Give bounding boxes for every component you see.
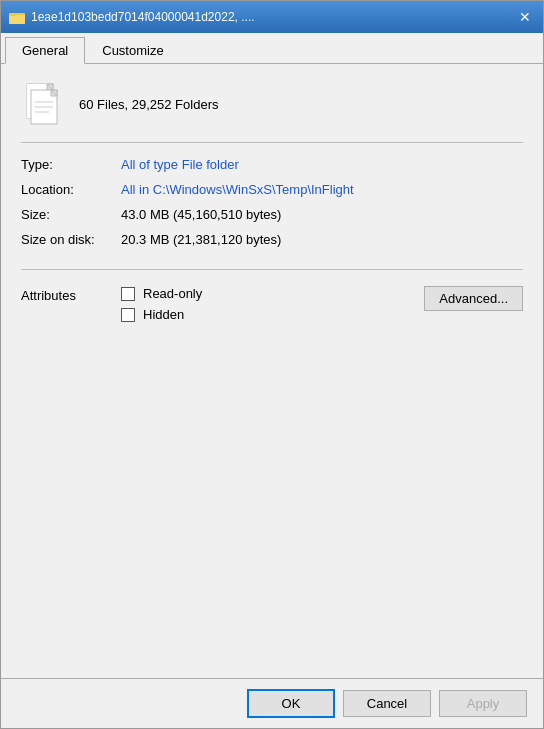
hidden-label: Hidden xyxy=(143,307,184,322)
ok-button[interactable]: OK xyxy=(247,689,335,718)
readonly-checkbox-row: Read-only xyxy=(121,286,424,301)
button-bar: OK Cancel Apply xyxy=(1,678,543,728)
property-row-type: Type: All of type File folder xyxy=(21,157,523,172)
tab-bar: General Customize xyxy=(1,33,543,64)
file-count-text: 60 Files, 29,252 Folders xyxy=(79,97,218,112)
property-row-size-on-disk: Size on disk: 20.3 MB (21,381,120 bytes) xyxy=(21,232,523,247)
attributes-right: Advanced... xyxy=(424,286,523,311)
type-value: All of type File folder xyxy=(121,157,239,172)
files-icon xyxy=(21,80,63,128)
attributes-controls: Read-only Hidden xyxy=(121,286,424,322)
properties-section: Type: All of type File folder Location: … xyxy=(21,157,523,270)
location-value: All in C:\Windows\WinSxS\Temp\InFlight xyxy=(121,182,354,197)
readonly-checkbox[interactable] xyxy=(121,287,135,301)
attributes-row: Attributes Read-only Hidden Advanced... xyxy=(21,286,523,322)
apply-button[interactable]: Apply xyxy=(439,690,527,717)
tab-content: 60 Files, 29,252 Folders Type: All of ty… xyxy=(1,64,543,678)
title-bar: 1eae1d103bedd7014f04000041d2022, .... ✕ xyxy=(1,1,543,33)
property-row-size: Size: 43.0 MB (45,160,510 bytes) xyxy=(21,207,523,222)
location-label: Location: xyxy=(21,182,121,197)
size-on-disk-label: Size on disk: xyxy=(21,232,121,247)
properties-window: 1eae1d103bedd7014f04000041d2022, .... ✕ … xyxy=(0,0,544,729)
size-value: 43.0 MB (45,160,510 bytes) xyxy=(121,207,281,222)
title-bar-left: 1eae1d103bedd7014f04000041d2022, .... xyxy=(9,9,255,25)
svg-rect-1 xyxy=(9,15,25,24)
property-row-location: Location: All in C:\Windows\WinSxS\Temp\… xyxy=(21,182,523,197)
content-spacer xyxy=(21,322,523,662)
close-button[interactable]: ✕ xyxy=(515,7,535,27)
hidden-checkbox-row: Hidden xyxy=(121,307,424,322)
tab-general[interactable]: General xyxy=(5,37,85,64)
attributes-label: Attributes xyxy=(21,286,121,303)
folder-icon xyxy=(9,9,25,25)
title-text: 1eae1d103bedd7014f04000041d2022, .... xyxy=(31,10,255,24)
type-label: Type: xyxy=(21,157,121,172)
advanced-button[interactable]: Advanced... xyxy=(424,286,523,311)
svg-rect-2 xyxy=(9,13,16,16)
size-label: Size: xyxy=(21,207,121,222)
size-on-disk-value: 20.3 MB (21,381,120 bytes) xyxy=(121,232,281,247)
cancel-button[interactable]: Cancel xyxy=(343,690,431,717)
readonly-label: Read-only xyxy=(143,286,202,301)
tab-customize[interactable]: Customize xyxy=(85,37,180,63)
hidden-checkbox[interactable] xyxy=(121,308,135,322)
attributes-section: Attributes Read-only Hidden Advanced... xyxy=(21,282,523,322)
file-info-section: 60 Files, 29,252 Folders xyxy=(21,80,523,143)
